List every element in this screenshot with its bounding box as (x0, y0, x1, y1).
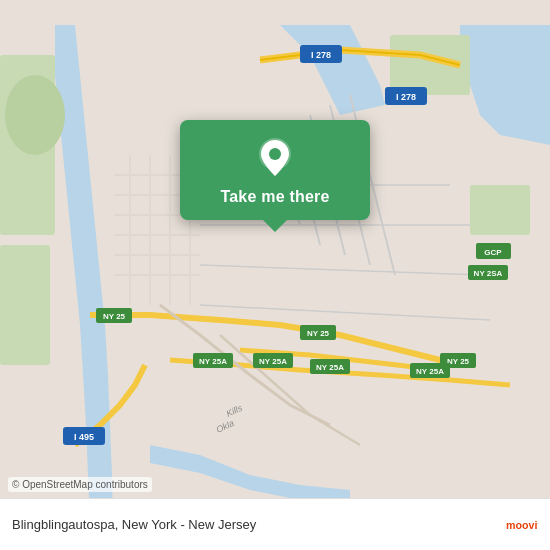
map-container: I 278 (0, 0, 550, 550)
svg-text:NY 25A: NY 25A (316, 363, 344, 372)
location-pin-icon (253, 136, 297, 180)
svg-rect-2 (0, 245, 50, 365)
svg-text:NY 25: NY 25 (103, 312, 126, 321)
svg-text:I 495: I 495 (74, 432, 94, 442)
svg-text:NY 25A: NY 25A (259, 357, 287, 366)
svg-text:I 278: I 278 (311, 50, 331, 60)
copyright-text: © OpenStreetMap contributors (8, 477, 152, 492)
svg-text:GCP: GCP (484, 248, 502, 257)
svg-text:moovit: moovit (506, 519, 538, 531)
svg-text:NY 25: NY 25 (447, 357, 470, 366)
svg-text:I 278: I 278 (396, 92, 416, 102)
svg-text:NY 2SA: NY 2SA (474, 269, 503, 278)
svg-point-53 (269, 148, 281, 160)
bottom-bar: Blingblingautospa, New York - New Jersey… (0, 498, 550, 550)
svg-rect-5 (470, 185, 530, 235)
popup-card: Take me there (180, 120, 370, 220)
take-me-there-button[interactable]: Take me there (220, 188, 329, 206)
location-text: Blingblingautospa, New York - New Jersey (12, 517, 506, 532)
svg-point-4 (5, 75, 65, 155)
moovit-logo-svg: moovit (506, 509, 538, 541)
map-svg: I 278 (0, 0, 550, 550)
svg-text:NY 25A: NY 25A (416, 367, 444, 376)
svg-text:NY 25: NY 25 (307, 329, 330, 338)
moovit-logo: moovit (506, 509, 538, 541)
svg-text:NY 25A: NY 25A (199, 357, 227, 366)
